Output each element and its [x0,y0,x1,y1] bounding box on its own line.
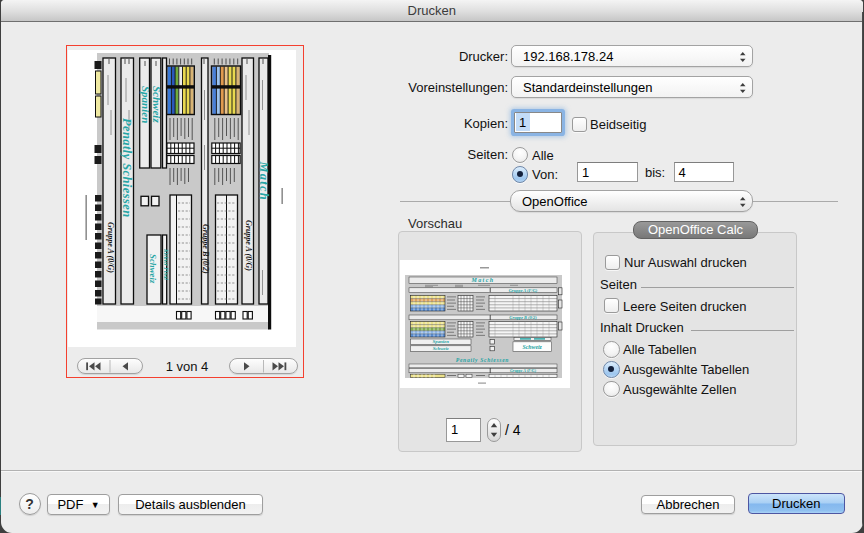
svg-text:Schweiz: Schweiz [147,254,157,284]
svg-text:Schweiz: Schweiz [433,346,449,351]
svg-text:Gruppe A (0/G): Gruppe A (0/G) [243,220,252,271]
svg-text:Spanien: Spanien [433,339,450,344]
svg-text:Gruppe A (F/G): Gruppe A (F/G) [509,288,538,293]
svg-text:Match: Match [470,277,494,283]
svg-text:Schweiz: Schweiz [151,86,163,123]
svg-text:Schweiz: Schweiz [523,344,543,350]
svg-text:Gruppe B (0/2): Gruppe B (0/2) [200,224,209,274]
svg-text:Gruppe A (0/G): Gruppe A (0/G) [105,222,114,273]
svg-text:Penatly Schiessen: Penatly Schiessen [119,118,133,218]
svg-text:Spanien: Spanien [139,86,151,123]
svg-text:Penatly Schiessen: Penatly Schiessen [456,357,509,363]
svg-text:Gruppe B (0/2): Gruppe B (0/2) [509,315,537,320]
svg-text:Kleiner Final: Kleiner Final [162,248,168,280]
svg-text:Match: Match [256,161,270,201]
svg-text:Gruppe A (F/G): Gruppe A (F/G) [510,368,537,373]
